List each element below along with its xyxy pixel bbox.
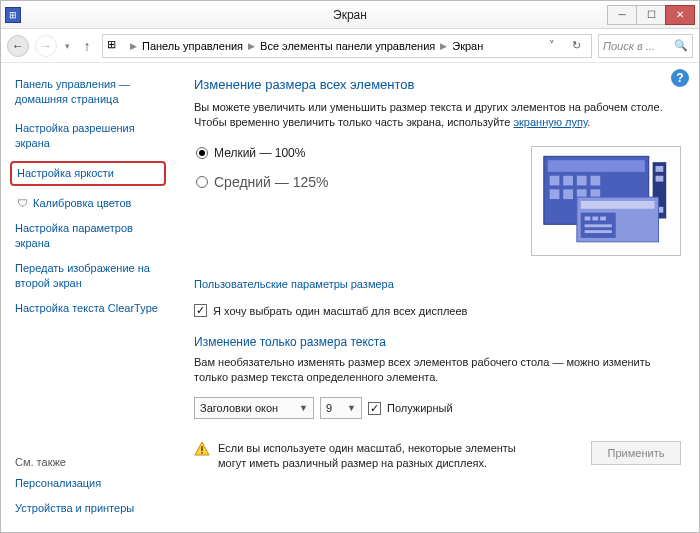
radio-medium[interactable]: Средний — 125% (196, 174, 329, 190)
svg-rect-24 (201, 452, 203, 454)
nav-back-button[interactable]: ← (7, 35, 29, 57)
sidebar-footer-devices-printers[interactable]: Устройства и принтеры (15, 501, 170, 516)
window-title: Экран (1, 8, 699, 22)
sidebar-footer-personalization[interactable]: Персонализация (15, 476, 170, 491)
heading-change-size: Изменение размера всех элементов (194, 77, 681, 92)
element-select[interactable]: Заголовки окон ▼ (194, 397, 314, 419)
nav-up-button[interactable]: ↑ (78, 38, 96, 54)
radio-small-label: Мелкий — 100% (214, 146, 305, 160)
scale-radio-group: Мелкий — 100% Средний — 125% (194, 146, 329, 190)
svg-rect-12 (656, 176, 664, 182)
breadcrumb-item[interactable]: Панель управления (142, 40, 243, 52)
radio-icon (196, 147, 208, 159)
close-button[interactable]: ✕ (665, 5, 695, 25)
radio-small[interactable]: Мелкий — 100% (196, 146, 329, 160)
nav-history-dropdown[interactable]: ▾ (63, 41, 72, 51)
maximize-button[interactable]: ☐ (636, 5, 666, 25)
apply-button[interactable]: Применить (591, 441, 681, 465)
description-change-size: Вы можете увеличить или уменьшить размер… (194, 100, 674, 130)
sidebar-link-display-settings[interactable]: Настройка параметров экрана (15, 221, 170, 251)
svg-rect-3 (563, 176, 573, 186)
sidebar-link-project[interactable]: Передать изображение на второй экран (15, 261, 170, 291)
sidebar-home-link[interactable]: Панель управления — домашняя страница (15, 77, 170, 107)
shield-icon: 🛡 (15, 196, 29, 211)
nav-forward-button[interactable]: → (35, 35, 57, 57)
breadcrumb-item[interactable]: Все элементы панели управления (260, 40, 435, 52)
svg-rect-11 (656, 166, 664, 172)
svg-rect-19 (600, 217, 606, 221)
bold-checkbox-row[interactable]: Полужирный (368, 402, 453, 415)
svg-rect-21 (585, 230, 612, 233)
chevron-down-icon: ▼ (347, 403, 356, 413)
sidebar-link-color-calibration[interactable]: 🛡 Калибровка цветов (15, 196, 170, 211)
warning-icon (194, 441, 210, 457)
minimize-button[interactable]: ─ (607, 5, 637, 25)
chevron-right-icon: ▶ (437, 41, 450, 51)
breadcrumb-bar[interactable]: ⊞ ▶ Панель управления ▶ Все элементы пан… (102, 34, 592, 58)
bold-label: Полужирный (387, 402, 453, 414)
chevron-right-icon: ▶ (127, 41, 140, 51)
svg-rect-17 (585, 217, 591, 221)
sidebar-link-brightness[interactable]: Настройка яркости (10, 161, 166, 186)
sidebar-link-resolution[interactable]: Настройка разрешения экрана (15, 121, 170, 151)
search-placeholder: Поиск в ... (603, 40, 655, 52)
same-scale-label: Я хочу выбрать один масштаб для всех дис… (213, 305, 467, 317)
magnifier-link[interactable]: экранную лупу (513, 116, 587, 128)
breadcrumb-item[interactable]: Экран (452, 40, 483, 52)
font-size-select[interactable]: 9 ▼ (320, 397, 362, 419)
custom-scaling-link[interactable]: Пользовательские параметры размера (194, 278, 681, 290)
svg-rect-6 (550, 189, 560, 199)
svg-rect-7 (563, 189, 573, 199)
description-text-size: Вам необязательно изменять размер всех э… (194, 355, 674, 385)
svg-rect-23 (201, 446, 203, 451)
svg-rect-15 (581, 201, 655, 209)
checkbox-icon (368, 402, 381, 415)
chevron-down-icon: ▼ (299, 403, 308, 413)
main-panel: ? Изменение размера всех элементов Вы мо… (176, 63, 699, 532)
warning-text: Если вы используете один масштаб, некото… (218, 441, 538, 471)
heading-text-size: Изменение только размера текста (194, 335, 681, 349)
search-input[interactable]: Поиск в ... 🔍 (598, 34, 693, 58)
svg-rect-18 (592, 217, 598, 221)
refresh-button[interactable]: ↻ (565, 39, 587, 52)
breadcrumb-icon: ⊞ (107, 38, 123, 54)
monitor-illustration (531, 146, 681, 256)
window-app-icon: ⊞ (5, 7, 21, 23)
help-icon[interactable]: ? (671, 69, 689, 87)
radio-medium-label: Средний — 125% (214, 174, 329, 190)
svg-rect-2 (550, 176, 560, 186)
svg-rect-4 (577, 176, 587, 186)
element-select-value: Заголовки окон (200, 402, 278, 414)
sidebar: Панель управления — домашняя страница На… (1, 63, 176, 532)
svg-rect-20 (585, 224, 612, 227)
search-icon: 🔍 (674, 39, 688, 52)
font-size-value: 9 (326, 402, 332, 414)
radio-icon (196, 176, 208, 188)
sidebar-footer-header: См. также (15, 456, 170, 468)
svg-rect-5 (590, 176, 600, 186)
sidebar-link-cleartype[interactable]: Настройка текста ClearType (15, 301, 170, 316)
svg-rect-1 (548, 160, 645, 172)
dropdown-caret-icon[interactable]: ˅ (541, 39, 563, 52)
chevron-right-icon: ▶ (245, 41, 258, 51)
checkbox-icon (194, 304, 207, 317)
same-scale-checkbox-row[interactable]: Я хочу выбрать один масштаб для всех дис… (194, 304, 681, 317)
